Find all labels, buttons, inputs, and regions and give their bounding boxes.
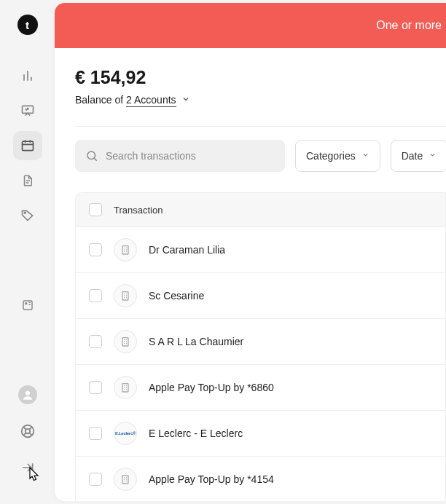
row-checkbox[interactable] xyxy=(89,243,102,256)
table-header-row: Transaction xyxy=(76,193,445,227)
nav-tag-icon[interactable] xyxy=(13,201,42,230)
nav-document-icon[interactable] xyxy=(13,166,42,195)
table-row[interactable]: Dr Caraman Lilia xyxy=(76,227,445,273)
table-row[interactable]: S A R L La Chaumier xyxy=(76,319,445,365)
building-icon xyxy=(114,284,137,307)
filter-categories-label: Categories xyxy=(306,150,356,162)
row-checkbox[interactable] xyxy=(89,381,102,394)
filter-categories[interactable]: Categories xyxy=(295,140,380,172)
app-logo[interactable]: t xyxy=(17,15,38,35)
column-header-transaction: Transaction xyxy=(114,205,163,216)
svg-rect-3 xyxy=(23,301,32,310)
table-row[interactable]: Sc Cesarine xyxy=(76,273,445,319)
balance-label: Balance of xyxy=(75,94,126,106)
svg-point-5 xyxy=(26,391,30,395)
nav-app-icon[interactable] xyxy=(13,291,42,320)
row-checkbox[interactable] xyxy=(89,473,102,486)
search-icon xyxy=(85,149,98,162)
table-row[interactable]: Apple Pay Top-Up by *6860 xyxy=(76,365,445,411)
alert-banner: One or more xyxy=(55,3,446,48)
merchant-name: Apple Pay Top-Up by *4154 xyxy=(149,473,274,485)
filter-date-label: Date xyxy=(402,150,423,162)
avatar[interactable] xyxy=(13,380,42,409)
merchant-name: Dr Caraman Lilia xyxy=(149,244,225,256)
svg-rect-0 xyxy=(22,106,33,113)
transactions-table: Transaction Dr Caraman LiliaSc CesarineS… xyxy=(75,192,446,501)
svg-point-2 xyxy=(24,212,26,213)
table-row[interactable]: Apple Pay Top-Up by *4154 xyxy=(76,457,445,501)
svg-point-4 xyxy=(25,303,26,304)
svg-rect-10 xyxy=(122,292,128,300)
search-input-wrapper[interactable] xyxy=(75,140,285,172)
merchant-name: Apple Pay Top-Up by *6860 xyxy=(149,382,274,393)
building-icon xyxy=(114,330,137,353)
select-all-checkbox[interactable] xyxy=(89,203,102,216)
svg-rect-9 xyxy=(122,246,128,254)
alert-banner-text: One or more xyxy=(376,19,442,32)
svg-rect-1 xyxy=(22,141,33,151)
expand-sidebar-icon[interactable] xyxy=(13,453,42,482)
help-icon[interactable] xyxy=(13,417,42,446)
chevron-down-icon xyxy=(429,151,437,161)
merchant-name: E Leclerc - E Leclerc xyxy=(149,428,243,439)
svg-rect-11 xyxy=(122,338,128,346)
merchant-name: Sc Cesarine xyxy=(149,290,204,302)
row-checkbox[interactable] xyxy=(89,335,102,348)
accounts-dropdown[interactable]: 2 Accounts xyxy=(126,94,176,107)
balance-amount: € 154,92 xyxy=(75,67,446,88)
filter-date[interactable]: Date xyxy=(391,140,446,172)
merchant-logo: E.Leclerc® xyxy=(114,422,137,445)
merchant-name: S A R L La Chaumier xyxy=(149,336,243,347)
search-input[interactable] xyxy=(106,150,275,162)
svg-rect-13 xyxy=(122,476,128,484)
svg-point-7 xyxy=(25,429,29,433)
chevron-down-icon[interactable] xyxy=(181,95,190,106)
row-checkbox[interactable] xyxy=(89,427,102,440)
svg-point-8 xyxy=(87,151,95,160)
building-icon xyxy=(114,468,137,491)
divider xyxy=(75,126,446,127)
building-icon xyxy=(114,238,137,261)
svg-rect-12 xyxy=(122,384,128,392)
row-checkbox[interactable] xyxy=(89,289,102,302)
table-row[interactable]: E.Leclerc®E Leclerc - E Leclerc xyxy=(76,411,445,457)
building-icon xyxy=(114,376,137,399)
chevron-down-icon xyxy=(361,151,369,161)
nav-presentation-icon[interactable] xyxy=(13,96,42,125)
nav-calendar-icon[interactable] xyxy=(13,131,42,160)
nav-analytics-icon[interactable] xyxy=(13,61,42,90)
